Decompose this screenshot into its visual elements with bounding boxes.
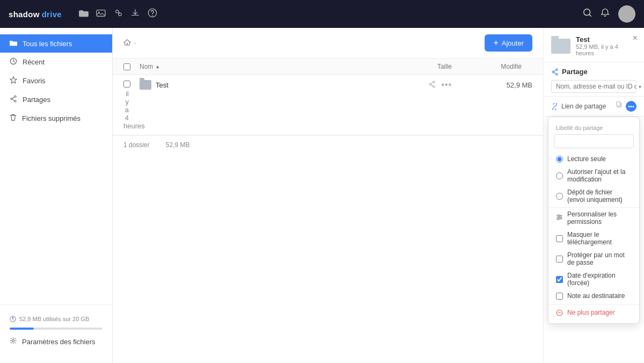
- svg-point-21: [560, 216, 561, 218]
- app-logo[interactable]: shadow drive: [9, 10, 62, 19]
- row-middle: •••: [398, 80, 452, 90]
- row-share-icon[interactable]: [428, 81, 436, 90]
- checkbox-note[interactable]: Note au destinataire: [548, 289, 639, 302]
- motdepasse-checkbox[interactable]: [556, 256, 563, 263]
- sliders-icon: [556, 214, 563, 222]
- sidebar-recent-label: Récent: [23, 58, 45, 66]
- header-checkbox-cell: [123, 63, 140, 70]
- share-icon: [10, 95, 17, 104]
- file-name-text: Test: [156, 81, 169, 89]
- add-button[interactable]: + Ajouter: [485, 34, 532, 52]
- radio-depot[interactable]: Dépôt de fichier (envoi uniquement): [548, 186, 639, 206]
- svg-point-17: [552, 71, 554, 72]
- image-upload-icon[interactable]: [96, 9, 106, 19]
- sidebar-item-deleted[interactable]: Fichiers supprimés: [0, 109, 112, 128]
- help-icon[interactable]: [148, 8, 157, 20]
- share-input[interactable]: [556, 83, 636, 90]
- logo-shadow: shadow: [9, 10, 40, 19]
- sidebar-favorites-label: Favoris: [23, 77, 46, 85]
- topnav-tool-icons: [79, 8, 157, 20]
- svg-point-22: [557, 218, 559, 220]
- breadcrumb: ›: [123, 39, 480, 48]
- svg-point-14: [429, 83, 431, 85]
- notifications-button[interactable]: [601, 8, 610, 20]
- sidebar-item-all-files[interactable]: Tous les fichiers: [0, 34, 112, 53]
- radio-ajout-label: Autoriser l'ajout et la modification: [567, 168, 632, 183]
- svg-point-13: [433, 85, 435, 87]
- checkbox-motdepasse[interactable]: Protéger par un mot de passe: [548, 249, 639, 269]
- chevron-down-icon: ▾: [639, 84, 641, 90]
- libelle-input[interactable]: [554, 134, 634, 148]
- trash-icon: [10, 114, 17, 123]
- panel-file-info: Test 52,9 MB, il y a 4 heures: [576, 35, 636, 56]
- radio-depot-label: Dépôt de fichier (envoi uniquement): [567, 188, 632, 204]
- star-icon: [10, 76, 17, 85]
- sidebar-deleted-label: Fichiers supprimés: [22, 114, 80, 122]
- sidebar-all-files-label: Tous les fichiers: [23, 40, 72, 48]
- note-label: Note au destinataire: [567, 292, 625, 300]
- search-button[interactable]: [583, 8, 592, 20]
- svg-rect-19: [617, 102, 620, 106]
- table-row[interactable]: Test ••• 52,9 MB il y a 4 heures: [113, 75, 543, 135]
- radio-ajout-modification[interactable]: Autoriser l'ajout et la modification: [548, 165, 639, 186]
- radio-lecture-input[interactable]: [556, 156, 563, 163]
- row-more-icon[interactable]: •••: [441, 80, 452, 90]
- panel-close-button[interactable]: ×: [633, 33, 638, 43]
- libelle-label: Libellé du partage: [548, 122, 639, 134]
- share-input-row[interactable]: ▾: [551, 80, 636, 93]
- breadcrumb-home-icon[interactable]: [123, 39, 131, 48]
- row-modified: il y a 4 heures: [123, 90, 140, 130]
- checkbox-expiration[interactable]: Date d'expiration (forcée): [548, 269, 639, 289]
- radio-depot-input[interactable]: [556, 193, 563, 200]
- right-panel: × Test 52,9 MB, il y a 4 heures Partage …: [543, 28, 644, 363]
- radio-lecture-seule[interactable]: Lecture seule: [548, 153, 639, 165]
- svg-point-11: [12, 339, 14, 342]
- svg-point-12: [433, 81, 435, 83]
- expiration-label: Date d'expiration (forcée): [567, 272, 632, 287]
- panel-folder-thumbnail: [551, 39, 570, 54]
- breadcrumb-arrow: ›: [134, 40, 136, 46]
- copy-link-icon[interactable]: [616, 101, 623, 112]
- radio-lecture-label: Lecture seule: [567, 155, 606, 163]
- user-avatar[interactable]: [618, 5, 635, 23]
- masquer-checkbox[interactable]: [556, 235, 563, 242]
- partage-title: Partage: [551, 68, 636, 76]
- header-name[interactable]: Nom ▲: [140, 63, 398, 70]
- main-content: › + Ajouter Nom ▲ Taille Modifié: [113, 28, 543, 363]
- clock-icon: [10, 57, 17, 67]
- svg-marker-6: [10, 77, 17, 83]
- lien-more-button[interactable]: •••: [626, 101, 636, 112]
- radio-ajout-input[interactable]: [556, 172, 563, 179]
- download-icon[interactable]: [130, 9, 140, 19]
- sidebar-item-recent[interactable]: Récent: [0, 53, 112, 71]
- partage-title-text: Partage: [562, 68, 588, 76]
- note-checkbox[interactable]: [556, 293, 563, 300]
- svg-point-8: [14, 100, 16, 102]
- masquer-label: Masquer le téléchargement: [567, 231, 632, 246]
- sort-arrow-icon: ▲: [155, 64, 160, 69]
- checkbox-masquer[interactable]: Masquer le téléchargement: [548, 228, 639, 249]
- footer-count: 1 dossier: [123, 141, 150, 149]
- folder-icon: [10, 39, 17, 48]
- svg-point-16: [556, 73, 558, 75]
- lien-de-partage-row: Lien de partage •••: [544, 97, 644, 117]
- header-size: Taille: [398, 63, 452, 70]
- lien-actions: •••: [616, 101, 636, 112]
- select-all-checkbox[interactable]: [123, 63, 130, 70]
- sidebar-item-shared[interactable]: Partages: [0, 90, 112, 109]
- panel-file-name: Test: [576, 35, 636, 43]
- folder-row-icon: [140, 80, 151, 90]
- sidebar-item-favorites[interactable]: Favoris: [0, 71, 112, 90]
- ne-plus-partager-button[interactable]: Ne plus partager: [548, 304, 639, 320]
- svg-point-3: [152, 16, 153, 17]
- logo-drive: drive: [42, 10, 62, 19]
- row-checkbox[interactable]: [123, 81, 140, 89]
- expiration-checkbox[interactable]: [556, 276, 563, 283]
- sidebar: Tous les fichiers Récent Favoris Partage…: [0, 28, 113, 363]
- permissions-row[interactable]: Personnaliser les permissions: [548, 207, 639, 228]
- share-link-icon[interactable]: [113, 9, 123, 19]
- row-size: 52,9 MB: [452, 81, 532, 89]
- folder-new-icon[interactable]: [79, 9, 89, 19]
- sidebar-settings[interactable]: Paramètres des fichiers: [0, 333, 112, 350]
- footer-size: 52,9 MB: [166, 141, 190, 149]
